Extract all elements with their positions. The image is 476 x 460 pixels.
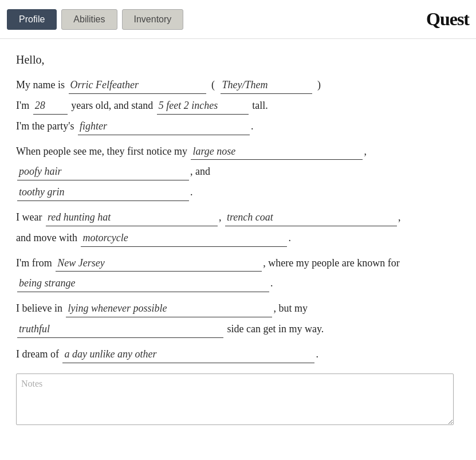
- truth-field[interactable]: truthful: [17, 321, 223, 338]
- feature2-field[interactable]: poofy hair: [17, 163, 189, 180]
- feature3-field[interactable]: toothy grin: [17, 184, 189, 201]
- party-prefix: I'm the party's: [16, 118, 74, 135]
- move-field[interactable]: motorcycle: [81, 230, 287, 247]
- age-suffix: years old, and stand: [71, 97, 153, 114]
- hello-text: Hello,: [16, 50, 454, 69]
- wear2-comma: ,: [398, 209, 401, 226]
- notes-textarea[interactable]: [16, 373, 454, 425]
- feature2-line: poofy hair , and: [16, 163, 454, 180]
- app-logo: Quest: [426, 5, 469, 34]
- from-suffix: , where my people are known for: [263, 255, 399, 272]
- believe-suffix: , but my: [273, 300, 308, 317]
- wear-prefix: I wear: [16, 209, 42, 226]
- age-prefix: I'm: [16, 97, 29, 114]
- party-suffix: .: [251, 118, 254, 135]
- known-line: being strange .: [16, 275, 454, 292]
- truth-line: truthful side can get in my way.: [16, 321, 454, 338]
- feature3-line: toothy grin .: [16, 184, 454, 201]
- dream-field[interactable]: a day unlike any other: [62, 346, 314, 363]
- believe-field[interactable]: lying whenever possible: [66, 300, 272, 317]
- tab-inventory[interactable]: Inventory: [122, 9, 184, 30]
- known-field[interactable]: being strange: [17, 275, 269, 292]
- move-prefix: and move with: [16, 230, 77, 246]
- believe-line: I believe in lying whenever possible , b…: [16, 300, 454, 317]
- tab-profile[interactable]: Profile: [7, 9, 57, 30]
- party-line: I'm the party's fighter .: [16, 118, 454, 135]
- pronoun-field[interactable]: They/Them: [221, 77, 312, 94]
- pronoun-open: (: [211, 77, 215, 93]
- height-field[interactable]: 5 feet 2 inches: [157, 97, 249, 115]
- profile-content: Hello, My name is Orric Felfeather ( The…: [0, 39, 470, 441]
- from-line: I'm from New Jersey , where my people ar…: [16, 255, 454, 272]
- notice-comma: ,: [364, 143, 367, 160]
- name-line: My name is Orric Felfeather ( They/Them …: [16, 77, 454, 94]
- age-line: I'm 28 years old, and stand 5 feet 2 inc…: [16, 97, 454, 115]
- from-field[interactable]: New Jersey: [56, 255, 262, 272]
- pronoun-close: ): [317, 77, 321, 93]
- name-prefix: My name is: [16, 77, 65, 93]
- dream-prefix: I dream of: [16, 346, 59, 363]
- move-line: and move with motorcycle .: [16, 230, 454, 247]
- age-field[interactable]: 28: [33, 97, 68, 115]
- move-period: .: [288, 230, 291, 246]
- notice-field[interactable]: large nose: [191, 143, 363, 160]
- tab-abilities[interactable]: Abilities: [61, 9, 117, 30]
- dream-line: I dream of a day unlike any other .: [16, 346, 454, 363]
- notice-line: When people see me, they first notice my…: [16, 143, 454, 160]
- dream-period: .: [316, 346, 318, 363]
- believe-prefix: I believe in: [16, 300, 62, 317]
- truth-suffix: side can get in my way.: [227, 321, 324, 337]
- height-suffix: tall.: [252, 97, 268, 114]
- notice-prefix: When people see me, they first notice my: [16, 143, 187, 160]
- wear-line: I wear red hunting hat , trench coat ,: [16, 209, 454, 226]
- wear-field[interactable]: red hunting hat: [46, 209, 218, 226]
- party-field[interactable]: fighter: [78, 118, 250, 135]
- navbar: Profile Abilities Inventory Quest: [0, 0, 476, 39]
- feature2-and: , and: [190, 163, 210, 180]
- from-prefix: I'm from: [16, 255, 52, 272]
- feature3-period: .: [190, 184, 193, 200]
- wear2-field[interactable]: trench coat: [225, 209, 397, 226]
- known-period: .: [270, 275, 273, 292]
- name-field[interactable]: Orric Felfeather: [69, 77, 206, 94]
